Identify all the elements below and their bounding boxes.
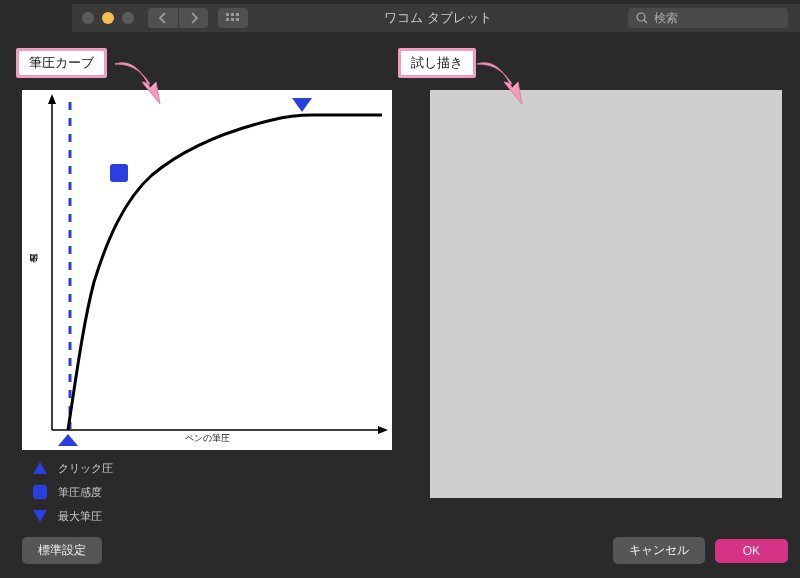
close-window-button[interactable] [82, 12, 94, 24]
svg-point-6 [637, 13, 645, 21]
svg-rect-13 [33, 485, 47, 499]
test-draw-canvas[interactable] [430, 90, 782, 498]
svg-rect-3 [226, 18, 229, 21]
svg-marker-11 [378, 426, 388, 434]
sensitivity-handle[interactable] [110, 164, 128, 182]
main-content: 筆圧カーブ 試し描き 出力値 ペンの筆圧 [22, 50, 788, 518]
search-field-wrap[interactable] [628, 8, 788, 28]
svg-rect-1 [231, 13, 234, 16]
grid-view-button[interactable] [218, 8, 248, 28]
svg-marker-14 [33, 510, 47, 522]
legend-label-click: クリック圧 [58, 461, 113, 476]
callout-test-draw: 試し描き [398, 48, 476, 78]
pressure-curve-panel[interactable]: 出力値 ペンの筆圧 [22, 90, 392, 450]
svg-line-7 [644, 20, 647, 23]
x-axis-label: ペンの筆圧 [185, 432, 230, 445]
svg-rect-4 [231, 18, 234, 21]
svg-rect-2 [236, 13, 239, 16]
titlebar: ワコム タブレット [72, 4, 800, 32]
search-input[interactable] [654, 11, 774, 25]
minimize-window-button[interactable] [102, 12, 114, 24]
window-traffic-lights [82, 12, 134, 24]
legend-item-click: クリック圧 [32, 460, 113, 476]
pressure-curve-chart[interactable] [22, 90, 392, 450]
triangle-down-icon [32, 508, 48, 524]
svg-rect-0 [226, 13, 229, 16]
arrow-icon [472, 54, 542, 113]
nav-back-button[interactable] [148, 8, 178, 28]
arrow-icon [110, 54, 180, 113]
callout-pressure-curve: 筆圧カーブ [16, 48, 107, 78]
footer-buttons: 標準設定 キャンセル OK [22, 537, 788, 564]
click-pressure-handle[interactable] [58, 434, 78, 446]
square-icon [32, 484, 48, 500]
nav-forward-button[interactable] [178, 8, 208, 28]
cancel-button[interactable]: キャンセル [613, 537, 705, 564]
nav-buttons-group [148, 8, 208, 28]
legend-item-max: 最大筆圧 [32, 508, 113, 524]
pressure-curve-line[interactable] [68, 115, 382, 430]
search-icon [636, 12, 648, 24]
svg-marker-12 [33, 462, 47, 474]
defaults-button[interactable]: 標準設定 [22, 537, 102, 564]
max-pressure-handle[interactable] [292, 98, 312, 112]
svg-marker-10 [48, 94, 56, 104]
maximize-window-button[interactable] [122, 12, 134, 24]
legend: クリック圧 筆圧感度 最大筆圧 [32, 460, 113, 524]
legend-label-sensitivity: 筆圧感度 [58, 485, 102, 500]
svg-rect-5 [236, 18, 239, 21]
triangle-up-icon [32, 460, 48, 476]
window-title: ワコム タブレット [248, 9, 628, 27]
legend-label-max: 最大筆圧 [58, 509, 102, 524]
ok-button[interactable]: OK [715, 539, 788, 563]
legend-item-sensitivity: 筆圧感度 [32, 484, 113, 500]
